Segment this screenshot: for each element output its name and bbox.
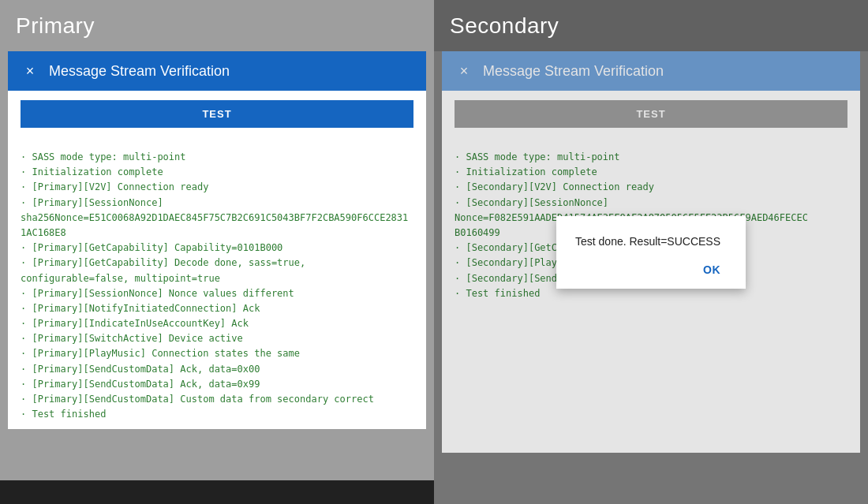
left-dialog: × Message Stream Verification TEST · SAS… xyxy=(8,51,426,429)
left-test-button[interactable]: TEST xyxy=(21,100,413,128)
right-panel: Secondary × Message Stream Verification … xyxy=(434,0,868,504)
result-dialog-text: Test done. Result=SUCCESS xyxy=(575,235,727,248)
result-dialog: Test done. Result=SUCCESS OK xyxy=(556,216,746,289)
left-dialog-wrapper: × Message Stream Verification TEST · SAS… xyxy=(0,51,434,480)
result-dialog-ok-container: OK xyxy=(575,260,727,279)
left-dialog-content: · SASS mode type: multi-point · Initiali… xyxy=(8,137,426,429)
left-close-button[interactable]: × xyxy=(21,62,39,80)
left-panel-title: Primary xyxy=(16,13,95,39)
left-log-text: · SASS mode type: multi-point · Initiali… xyxy=(21,150,413,422)
left-panel: Primary × Message Stream Verification TE… xyxy=(0,0,434,504)
left-header: Primary xyxy=(0,0,434,51)
right-header: Secondary xyxy=(434,0,868,51)
right-dialog: × Message Stream Verification TEST · SAS… xyxy=(442,51,860,453)
right-dialog-wrapper: × Message Stream Verification TEST · SAS… xyxy=(434,51,868,504)
right-panel-title: Secondary xyxy=(450,13,559,39)
ok-button[interactable]: OK xyxy=(697,260,727,279)
result-dialog-overlay: Test done. Result=SUCCESS OK xyxy=(442,51,860,453)
left-dialog-title: Message Stream Verification xyxy=(49,63,230,80)
left-dialog-titlebar: × Message Stream Verification xyxy=(8,51,426,91)
left-close-icon: × xyxy=(26,63,35,80)
left-bottom-bar xyxy=(0,480,434,504)
